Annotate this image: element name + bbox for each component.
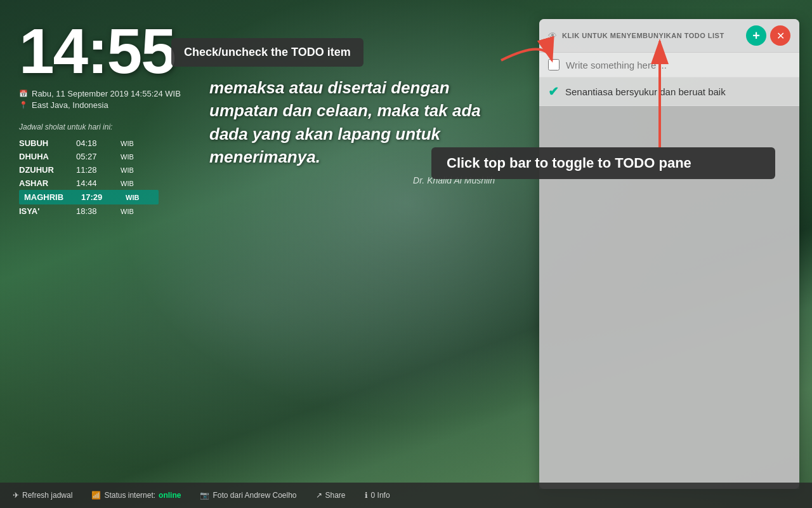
new-todo-checkbox[interactable] (548, 59, 560, 70)
prayer-tz: WIB (121, 166, 140, 174)
todo-panel: 👁 KLIK UNTUK MENYEMBUNYIKAN TODO LIST + … (539, 19, 799, 489)
prayer-name: MAGHRIB (24, 192, 69, 202)
tooltip-toggle: Click top bar to toggle to TODO pane (431, 147, 775, 179)
refresh-button[interactable]: ✈ Refresh jadwal (13, 491, 72, 500)
prayer-tz: WIB (126, 194, 145, 201)
prayer-name: ASHAR (19, 178, 63, 188)
prayer-row-isya': ISYA' 18:38 WIB (19, 204, 159, 218)
wifi-icon: 📶 (91, 491, 101, 500)
prayer-time: 11:28 (76, 165, 108, 175)
todo-item-1: ✔ Senantiasa bersyukur dan beruat baik (539, 77, 799, 106)
prayer-time: 14:44 (76, 178, 108, 188)
info-label: 0 Info (371, 491, 390, 500)
prayer-tz: WIB (121, 208, 140, 215)
refresh-icon: ✈ (13, 491, 19, 500)
close-todo-button[interactable]: ✕ (770, 25, 790, 46)
prayer-tz: WIB (121, 180, 140, 187)
photo-label: Foto dari Andrew Coelho (213, 491, 296, 500)
share-button[interactable]: ↗ Share (316, 491, 346, 500)
prayer-name: DHUHA (19, 152, 63, 161)
todo-item-text-1: Senantiasa bersyukur dan beruat baik (565, 86, 790, 97)
todo-header-left: 👁 KLIK UNTUK MENYEMBUNYIKAN TODO LIST (548, 30, 724, 41)
prayer-time: 18:38 (76, 206, 108, 216)
prayer-row-dhuha: DHUHA 05:27 WIB (19, 150, 159, 163)
prayer-name: SUBUH (19, 138, 63, 148)
eye-icon: 👁 (548, 30, 557, 41)
info-button[interactable]: ℹ 0 Info (365, 491, 390, 500)
camera-icon: 📷 (200, 491, 209, 500)
prayer-name: ISYA' (19, 206, 63, 216)
prayer-row-dzuhur: DZUHUR 11:28 WIB (19, 163, 159, 177)
todo-header-actions: + ✕ (746, 25, 790, 46)
date-text: Rabu, 11 September 2019 14:55:24 WIB (32, 89, 181, 98)
calendar-icon: 📅 (19, 90, 28, 98)
prayer-row-ashar: ASHAR 14:44 WIB (19, 177, 159, 190)
todo-input-row (539, 53, 799, 77)
checkmark-icon: ✔ (548, 84, 559, 99)
photo-credit: 📷 Foto dari Andrew Coelho (200, 491, 296, 500)
add-todo-button[interactable]: + (746, 25, 766, 46)
prayer-time: 17:29 (81, 192, 113, 202)
tooltip-check: Check/uncheck the TODO item (171, 38, 363, 67)
refresh-label: Refresh jadwal (22, 491, 72, 500)
location-text: East Java, Indonesia (32, 100, 108, 110)
location-icon: 📍 (19, 101, 28, 109)
internet-label: Status internet: (104, 491, 155, 500)
online-status: online (159, 491, 181, 500)
prayer-time: 05:27 (76, 152, 108, 161)
share-icon: ↗ (316, 491, 322, 500)
bottom-bar: ✈ Refresh jadwal 📶 Status internet: onli… (0, 483, 812, 508)
info-icon: ℹ (365, 491, 368, 500)
prayer-tz: WIB (121, 140, 140, 147)
todo-header-title: KLIK UNTUK MENYEMBUNYIKAN TODO LIST (562, 32, 724, 39)
share-label: Share (325, 491, 346, 500)
new-todo-input[interactable] (566, 60, 790, 70)
prayer-name: DZUHUR (19, 165, 63, 175)
todo-header[interactable]: 👁 KLIK UNTUK MENYEMBUNYIKAN TODO LIST + … (539, 19, 799, 53)
prayer-row-subuh: SUBUH 04:18 WIB (19, 137, 159, 150)
prayer-tz: WIB (121, 153, 140, 161)
prayer-table: SUBUH 04:18 WIB DHUHA 05:27 WIB DZUHUR 1… (19, 137, 159, 218)
prayer-row-maghrib: MAGHRIB 17:29 WIB (19, 190, 159, 204)
prayer-time: 04:18 (76, 138, 108, 148)
internet-status: 📶 Status internet: online (91, 491, 181, 500)
